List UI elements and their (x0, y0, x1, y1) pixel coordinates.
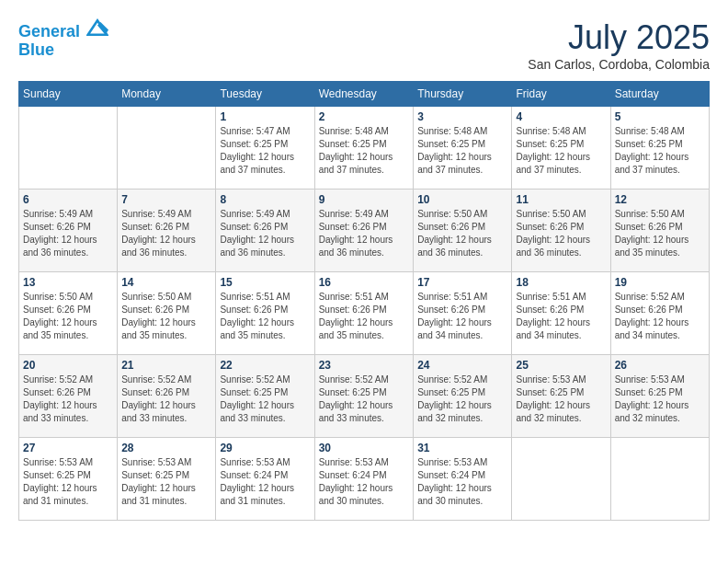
title-block: July 2025 San Carlos, Cordoba, Colombia (528, 18, 710, 72)
calendar-table: SundayMondayTuesdayWednesdayThursdayFrid… (18, 81, 710, 521)
day-info: Sunrise: 5:53 AM Sunset: 6:24 PM Dayligh… (417, 456, 507, 508)
day-number: 16 (319, 276, 410, 289)
day-info: Sunrise: 5:50 AM Sunset: 6:26 PM Dayligh… (121, 291, 211, 342)
day-number: 1 (220, 110, 310, 123)
day-number: 23 (319, 359, 410, 372)
day-number: 15 (220, 276, 310, 289)
calendar-cell: 19Sunrise: 5:52 AM Sunset: 6:26 PM Dayli… (610, 272, 709, 355)
day-info: Sunrise: 5:52 AM Sunset: 6:25 PM Dayligh… (319, 373, 410, 425)
day-info: Sunrise: 5:53 AM Sunset: 6:24 PM Dayligh… (220, 456, 310, 508)
calendar-cell: 27Sunrise: 5:53 AM Sunset: 6:25 PM Dayli… (19, 438, 118, 521)
calendar-cell: 12Sunrise: 5:50 AM Sunset: 6:26 PM Dayli… (610, 190, 709, 272)
calendar-cell: 9Sunrise: 5:49 AM Sunset: 6:26 PM Daylig… (314, 190, 414, 272)
day-info: Sunrise: 5:49 AM Sunset: 6:26 PM Dayligh… (121, 208, 211, 259)
day-number: 29 (220, 442, 310, 454)
day-number: 6 (23, 193, 113, 206)
day-info: Sunrise: 5:52 AM Sunset: 6:26 PM Dayligh… (121, 373, 211, 425)
day-info: Sunrise: 5:52 AM Sunset: 6:26 PM Dayligh… (615, 291, 705, 342)
day-info: Sunrise: 5:50 AM Sunset: 6:26 PM Dayligh… (516, 208, 606, 259)
day-number: 17 (417, 276, 507, 289)
day-number: 10 (417, 193, 507, 206)
day-info: Sunrise: 5:53 AM Sunset: 6:25 PM Dayligh… (121, 456, 211, 508)
calendar-cell: 10Sunrise: 5:50 AM Sunset: 6:26 PM Dayli… (414, 190, 512, 272)
calendar-cell (610, 438, 709, 521)
day-info: Sunrise: 5:52 AM Sunset: 6:25 PM Dayligh… (220, 373, 310, 425)
day-number: 12 (615, 193, 705, 206)
day-number: 28 (121, 442, 211, 454)
calendar-cell: 17Sunrise: 5:51 AM Sunset: 6:26 PM Dayli… (414, 272, 512, 355)
day-number: 5 (615, 110, 705, 123)
day-info: Sunrise: 5:53 AM Sunset: 6:25 PM Dayligh… (516, 373, 606, 425)
calendar-cell (512, 438, 610, 521)
weekday-header-thursday: Thursday (414, 82, 512, 107)
calendar-cell: 7Sunrise: 5:49 AM Sunset: 6:26 PM Daylig… (118, 190, 216, 272)
calendar-cell: 4Sunrise: 5:48 AM Sunset: 6:25 PM Daylig… (512, 107, 610, 190)
day-number: 31 (417, 442, 507, 454)
day-number: 13 (23, 276, 113, 289)
calendar-cell: 29Sunrise: 5:53 AM Sunset: 6:24 PM Dayli… (216, 438, 314, 521)
day-info: Sunrise: 5:51 AM Sunset: 6:26 PM Dayligh… (319, 291, 410, 342)
location-subtitle: San Carlos, Cordoba, Colombia (528, 57, 710, 72)
day-info: Sunrise: 5:52 AM Sunset: 6:25 PM Dayligh… (417, 373, 507, 425)
day-info: Sunrise: 5:50 AM Sunset: 6:26 PM Dayligh… (23, 291, 113, 342)
calendar-cell (19, 107, 118, 190)
day-number: 20 (23, 359, 113, 372)
day-info: Sunrise: 5:50 AM Sunset: 6:26 PM Dayligh… (615, 208, 705, 259)
day-number: 2 (319, 110, 410, 123)
day-info: Sunrise: 5:50 AM Sunset: 6:26 PM Dayligh… (417, 208, 507, 259)
calendar-cell: 15Sunrise: 5:51 AM Sunset: 6:26 PM Dayli… (216, 272, 314, 355)
day-number: 22 (220, 359, 310, 372)
day-info: Sunrise: 5:52 AM Sunset: 6:26 PM Dayligh… (23, 373, 113, 425)
day-number: 27 (23, 442, 113, 454)
weekday-header-wednesday: Wednesday (314, 82, 414, 107)
calendar-cell: 16Sunrise: 5:51 AM Sunset: 6:26 PM Dayli… (314, 272, 414, 355)
day-info: Sunrise: 5:48 AM Sunset: 6:25 PM Dayligh… (417, 125, 507, 177)
day-info: Sunrise: 5:53 AM Sunset: 6:25 PM Dayligh… (23, 456, 113, 508)
calendar-cell: 20Sunrise: 5:52 AM Sunset: 6:26 PM Dayli… (19, 355, 118, 438)
calendar-cell: 8Sunrise: 5:49 AM Sunset: 6:26 PM Daylig… (216, 190, 314, 272)
day-number: 8 (220, 193, 310, 206)
calendar-cell: 6Sunrise: 5:49 AM Sunset: 6:26 PM Daylig… (19, 190, 118, 272)
day-info: Sunrise: 5:48 AM Sunset: 6:25 PM Dayligh… (319, 125, 410, 177)
day-number: 26 (615, 359, 705, 372)
day-info: Sunrise: 5:51 AM Sunset: 6:26 PM Dayligh… (220, 291, 310, 342)
day-info: Sunrise: 5:51 AM Sunset: 6:26 PM Dayligh… (417, 291, 507, 342)
calendar-cell: 11Sunrise: 5:50 AM Sunset: 6:26 PM Dayli… (512, 190, 610, 272)
calendar-cell: 22Sunrise: 5:52 AM Sunset: 6:25 PM Dayli… (216, 355, 314, 438)
day-number: 14 (121, 276, 211, 289)
day-number: 21 (121, 359, 211, 372)
weekday-header-tuesday: Tuesday (216, 82, 314, 107)
day-number: 19 (615, 276, 705, 289)
calendar-cell: 18Sunrise: 5:51 AM Sunset: 6:26 PM Dayli… (512, 272, 610, 355)
day-info: Sunrise: 5:48 AM Sunset: 6:25 PM Dayligh… (615, 125, 705, 177)
calendar-cell: 2Sunrise: 5:48 AM Sunset: 6:25 PM Daylig… (314, 107, 414, 190)
calendar-cell: 1Sunrise: 5:47 AM Sunset: 6:25 PM Daylig… (216, 107, 314, 190)
day-number: 4 (516, 110, 606, 123)
calendar-cell: 31Sunrise: 5:53 AM Sunset: 6:24 PM Dayli… (414, 438, 512, 521)
calendar-week-row: 27Sunrise: 5:53 AM Sunset: 6:25 PM Dayli… (19, 438, 710, 521)
month-title: July 2025 (528, 18, 710, 57)
day-info: Sunrise: 5:47 AM Sunset: 6:25 PM Dayligh… (220, 125, 310, 177)
day-info: Sunrise: 5:53 AM Sunset: 6:25 PM Dayligh… (615, 373, 705, 425)
calendar-cell (118, 107, 216, 190)
calendar-cell: 14Sunrise: 5:50 AM Sunset: 6:26 PM Dayli… (118, 272, 216, 355)
day-number: 30 (319, 442, 410, 454)
calendar-cell: 24Sunrise: 5:52 AM Sunset: 6:25 PM Dayli… (414, 355, 512, 438)
day-number: 9 (319, 193, 410, 206)
day-info: Sunrise: 5:49 AM Sunset: 6:26 PM Dayligh… (220, 208, 310, 259)
page-header: General Blue July 2025 San Carlos, Cordo… (18, 18, 710, 72)
calendar-cell: 13Sunrise: 5:50 AM Sunset: 6:26 PM Dayli… (19, 272, 118, 355)
logo-icon (86, 18, 108, 37)
calendar-cell: 21Sunrise: 5:52 AM Sunset: 6:26 PM Dayli… (118, 355, 216, 438)
calendar-week-row: 1Sunrise: 5:47 AM Sunset: 6:25 PM Daylig… (19, 107, 710, 190)
weekday-header-sunday: Sunday (19, 82, 118, 107)
calendar-week-row: 6Sunrise: 5:49 AM Sunset: 6:26 PM Daylig… (19, 190, 710, 272)
day-info: Sunrise: 5:53 AM Sunset: 6:24 PM Dayligh… (319, 456, 410, 508)
day-number: 25 (516, 359, 606, 372)
calendar-cell: 5Sunrise: 5:48 AM Sunset: 6:25 PM Daylig… (610, 107, 709, 190)
day-number: 24 (417, 359, 507, 372)
day-info: Sunrise: 5:51 AM Sunset: 6:26 PM Dayligh… (516, 291, 606, 342)
calendar-cell: 23Sunrise: 5:52 AM Sunset: 6:25 PM Dayli… (314, 355, 414, 438)
calendar-week-row: 20Sunrise: 5:52 AM Sunset: 6:26 PM Dayli… (19, 355, 710, 438)
weekday-header-friday: Friday (512, 82, 610, 107)
